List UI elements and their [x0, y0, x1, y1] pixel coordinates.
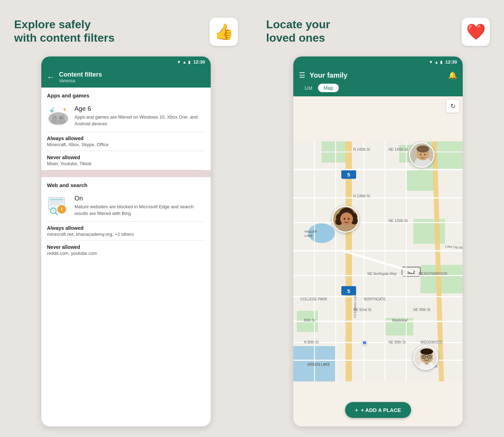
right-heading-line1: Locate your	[266, 18, 330, 31]
right-phone-mockup: ▼ ▲ ▮ 12:30 ☰ Your family 🔔 List Map	[293, 56, 463, 426]
svg-point-83	[420, 154, 421, 155]
right-panel: Locate your loved ones ❤️ ▼ ▲ ▮ 12:30 ☰ …	[252, 0, 504, 437]
svg-text:85th St: 85th St	[304, 318, 315, 322]
never-allowed-label: Never allowed	[47, 155, 205, 160]
left-phone-body: Apps and games	[41, 88, 211, 426]
svg-point-82	[416, 145, 429, 152]
svg-rect-16	[50, 202, 63, 203]
svg-point-84	[424, 154, 426, 155]
svg-text:I-5 Express Lane: I-5 Express Lane	[353, 294, 357, 318]
svg-text:NE 95th St: NE 95th St	[413, 308, 431, 312]
map-app-bar-left: ☰ Your family	[299, 71, 347, 79]
tab-map-button[interactable]: Map	[318, 84, 339, 92]
svg-text:!: !	[61, 206, 63, 212]
svg-rect-15	[50, 199, 63, 200]
apps-age-text: Age 6 Apps and games are filtered on Win…	[74, 105, 205, 127]
game-controller-icon	[47, 107, 70, 125]
svg-point-3	[48, 112, 68, 125]
signal-icon-right: ▲	[434, 60, 439, 65]
add-place-label: + ADD A PLACE	[361, 407, 401, 413]
battery-icon: ▮	[188, 60, 191, 65]
web-search-header: Web and search	[41, 177, 211, 190]
avatar-pin-2[interactable]	[332, 206, 359, 233]
svg-text:Mapleleaf: Mapleleaf	[392, 318, 408, 322]
svg-point-9	[62, 117, 63, 119]
left-panel: Explore safely with content filters 👍 ▼ …	[0, 0, 252, 437]
game-controller-icon-area	[47, 105, 70, 127]
left-status-icons: ▼ ▲ ▮ 12:30	[177, 59, 205, 65]
always-allowed-value: Minecraft, Xbox, Skype, Office	[47, 142, 205, 147]
svg-rect-7	[54, 116, 55, 118]
left-app-bar: ← Content filters Vanessa	[41, 67, 211, 88]
right-heading: Locate your loved ones	[266, 18, 330, 45]
add-place-button[interactable]: + + ADD A PLACE	[345, 402, 411, 418]
hamburger-icon[interactable]: ☰	[299, 71, 305, 79]
left-heading-line1: Explore safely	[14, 18, 91, 31]
back-icon[interactable]: ←	[47, 73, 55, 82]
web-always-allowed-label: Always allowed	[47, 225, 205, 231]
never-allowed-row: Never allowed Mixer, Youtube, Tiktok	[41, 151, 211, 170]
avatar-pin-1[interactable]	[409, 142, 434, 168]
svg-point-11	[59, 117, 60, 119]
notification-bell-icon[interactable]: 🔔	[448, 71, 457, 79]
svg-text:N 145th St: N 145th St	[353, 148, 370, 151]
svg-marker-0	[50, 109, 54, 113]
web-always-allowed-row: Always allowed minecraft.net, khanacadem…	[41, 222, 211, 240]
left-app-bar-title-group: Content filters Vanessa	[59, 71, 102, 83]
never-allowed-value: Mixer, Youtube, Tiktok	[47, 161, 205, 166]
thumbs-up-badge: 👍	[210, 18, 238, 46]
signal-icon: ▲	[182, 60, 187, 65]
tab-bar: List Map	[293, 84, 463, 96]
apps-games-header: Apps and games	[41, 88, 211, 101]
svg-text:5: 5	[347, 172, 350, 178]
svg-marker-2	[63, 108, 66, 111]
heart-badge: ❤️	[462, 18, 490, 46]
svg-text:NE Northgate Way: NE Northgate Way	[367, 272, 397, 276]
svg-point-8	[60, 116, 62, 118]
left-status-time: 12:30	[193, 59, 205, 65]
svg-point-12	[51, 119, 58, 124]
always-allowed-label: Always allowed	[47, 136, 205, 141]
svg-point-32	[308, 223, 335, 243]
wifi-icon: ▼	[177, 60, 181, 65]
apps-age-row: Age 6 Apps and games are filtered on Win…	[41, 101, 211, 132]
web-status-label: On	[74, 195, 205, 202]
avatar-pin-3[interactable]	[413, 345, 438, 370]
apps-age-label: Age 6	[74, 105, 205, 113]
right-heading-area: Locate your loved ones ❤️	[266, 18, 490, 46]
svg-text:NE 145th St: NE 145th St	[389, 148, 408, 151]
plus-icon: +	[355, 407, 358, 413]
svg-text:WEDGWOOD: WEDGWOOD	[420, 340, 443, 344]
left-app-bar-subtitle: Vanessa	[59, 78, 102, 83]
current-location-dot	[362, 340, 367, 345]
refresh-button[interactable]: ↻	[446, 100, 459, 113]
svg-line-21	[55, 213, 58, 215]
map-app-bar: ☰ Your family 🔔	[293, 67, 463, 84]
right-status-icons: ▼ ▲ ▮ 12:30	[429, 59, 457, 65]
svg-point-103	[429, 357, 430, 358]
heart-emoji: ❤️	[466, 23, 486, 41]
pink-separator	[41, 170, 211, 177]
svg-point-91	[340, 212, 353, 225]
map-area: 5 5 522	[293, 96, 463, 426]
svg-text:LAKE: LAKE	[305, 234, 313, 238]
web-filter-text: On Mature websites are blocked in Micros…	[74, 195, 205, 216]
svg-text:HALLER: HALLER	[305, 230, 317, 233]
svg-text:NE 80th St: NE 80th St	[389, 340, 406, 344]
svg-point-102	[424, 357, 425, 358]
map-svg: 5 5 522	[293, 96, 463, 426]
tab-list-button[interactable]: List	[299, 84, 318, 92]
left-heading-area: Explore safely with content filters 👍	[14, 18, 238, 46]
svg-point-92	[344, 218, 346, 220]
web-never-allowed-label: Never allowed	[47, 244, 205, 250]
svg-point-93	[348, 218, 350, 220]
svg-rect-26	[406, 170, 434, 191]
left-status-bar: ▼ ▲ ▮ 12:30	[41, 56, 211, 67]
left-phone-mockup: ▼ ▲ ▮ 12:30 ← Content filters Vanessa Ap…	[41, 56, 211, 426]
svg-rect-28	[420, 265, 463, 293]
svg-text:COLLEGE PARK: COLLEGE PARK	[300, 297, 328, 301]
svg-text:5: 5	[347, 288, 350, 294]
svg-text:N 130th St: N 130th St	[353, 194, 370, 198]
map-app-bar-title: Your family	[310, 71, 347, 79]
svg-text:GREEN LAKE: GREEN LAKE	[307, 363, 330, 366]
